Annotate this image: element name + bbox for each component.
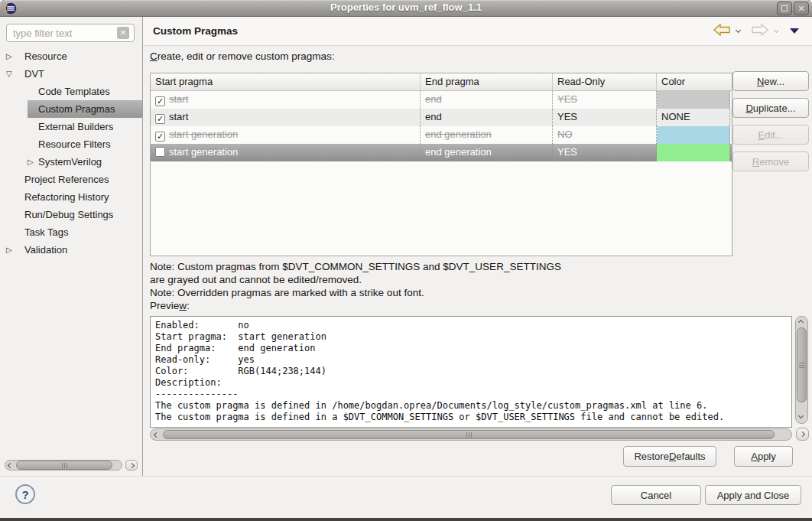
sidebar-item-label: Resource Filters: [38, 138, 111, 150]
scroll-up-icon[interactable]: [798, 320, 804, 325]
start-pragma-cell: ✓start: [151, 109, 421, 126]
read-only-cell: NO: [553, 126, 657, 144]
tree-collapsed-icon[interactable]: ▷: [28, 153, 34, 171]
column-header-read-only[interactable]: Read-Only: [553, 73, 657, 90]
sidebar-item-label: Refactoring History: [24, 191, 109, 203]
checkbox-checked-icon[interactable]: ✓: [155, 132, 165, 142]
apply-and-close-button[interactable]: Apply and Close: [705, 485, 801, 505]
sidebar-item-resource-filters[interactable]: Resource Filters: [0, 135, 142, 153]
tree-collapsed-icon[interactable]: ▷: [6, 47, 12, 65]
scroll-left-icon[interactable]: [8, 463, 13, 468]
pragma-table-body: ✓startendYES✓startendYESNONE✓start gener…: [151, 91, 732, 161]
checkbox-checked-icon[interactable]: ✓: [155, 96, 165, 106]
sidebar-item-run-debug-settings[interactable]: Run/Debug Settings: [0, 206, 142, 223]
preview-hscrollbar[interactable]: [150, 428, 792, 441]
instruction-label: Create, edit or remove custom pragmas:: [150, 50, 335, 62]
maximize-button[interactable]: [777, 2, 792, 15]
start-pragma-text: start: [169, 111, 188, 122]
close-button[interactable]: ✕: [794, 2, 809, 15]
table-row[interactable]: ✓startendYES: [151, 91, 732, 109]
scroll-left-icon[interactable]: [154, 432, 159, 438]
sidebar-item-label: Task Tags: [24, 226, 69, 238]
maximize-icon: [781, 5, 788, 11]
sidebar-item-label: Resource: [24, 50, 67, 62]
sidebar-hscroll-thumb[interactable]: [16, 461, 112, 470]
tree-collapsed-icon[interactable]: ▷: [6, 241, 12, 259]
checkbox-checked-icon[interactable]: ✓: [155, 114, 165, 124]
preview-vscrollbar[interactable]: [795, 316, 808, 424]
sidebar-item-validation[interactable]: ▷Validation: [0, 241, 142, 259]
preview-vscroll-thumb[interactable]: [797, 327, 807, 402]
apply-button[interactable]: Apply: [734, 446, 793, 467]
sidebar-item-external-builders[interactable]: External Builders: [0, 118, 142, 135]
sidebar-item-custom-pragmas[interactable]: Custom Pragmas: [0, 100, 142, 118]
read-only-cell-text: YES: [557, 146, 577, 158]
preview-hscroll-thumb[interactable]: [163, 430, 775, 439]
back-history-chevron-icon[interactable]: [736, 28, 741, 33]
sidebar-item-resource[interactable]: ▷Resource: [0, 47, 142, 65]
end-pragma-cell-text: end generation: [425, 146, 492, 158]
start-pragma-cell: ✓start generation: [151, 126, 421, 144]
tree-expanded-icon[interactable]: ▽: [6, 65, 12, 83]
end-pragma-cell-text: end generation: [425, 129, 492, 140]
new-button[interactable]: New...: [732, 71, 809, 91]
sidebar-tree: ▷Resource▽DVTCode TemplatesCustom Pragma…: [0, 47, 142, 259]
table-row[interactable]: ✓startendYESNONE: [151, 109, 732, 126]
sidebar-item-refactoring-history[interactable]: Refactoring History: [0, 188, 142, 206]
window-bottom-border: [0, 518, 812, 521]
pragma-table[interactable]: Start pragma End pragma Read-Only Color …: [150, 73, 732, 256]
scroll-grip: [64, 463, 65, 468]
scroll-down-icon[interactable]: [798, 413, 804, 418]
read-only-cell: YES: [553, 91, 657, 109]
remove-button[interactable]: Remove: [732, 151, 809, 171]
scroll-right-icon: [128, 462, 134, 467]
table-header-row: Start pragma End pragma Read-Only Color: [151, 73, 732, 91]
help-button[interactable]: ?: [15, 484, 35, 504]
scroll-right-icon: [800, 431, 805, 437]
read-only-cell-text: YES: [557, 93, 577, 105]
sidebar-item-systemverilog[interactable]: ▷SystemVerilog: [0, 153, 142, 171]
forward-history-chevron-icon[interactable]: [774, 28, 779, 33]
sidebar-item-label: SystemVerilog: [38, 156, 102, 168]
column-header-color[interactable]: Color: [657, 73, 730, 90]
notes: Note: Custom pragmas from $DVT_COMMON_SE…: [150, 260, 561, 299]
end-pragma-cell: end: [421, 109, 553, 126]
view-menu-icon[interactable]: [790, 28, 799, 34]
preview-scroll-right-button[interactable]: [796, 428, 809, 441]
sidebar-item-dvt[interactable]: ▽DVT: [0, 65, 142, 83]
sidebar-item-task-tags[interactable]: Task Tags: [0, 223, 142, 241]
preview-label: Preview:: [150, 300, 190, 311]
cancel-button[interactable]: Cancel: [611, 485, 701, 505]
filter-input[interactable]: [6, 24, 135, 42]
start-pragma-cell: start generation: [151, 144, 421, 161]
table-row[interactable]: ✓start generationend generationNO: [151, 126, 732, 144]
start-pragma-cell: ✓start: [151, 91, 421, 109]
sidebar-item-label: Project References: [24, 174, 109, 185]
end-pragma-cell-text: end: [425, 93, 442, 105]
edit-button[interactable]: Edit...: [732, 125, 809, 145]
column-header-end-pragma[interactable]: End pragma: [421, 73, 553, 90]
restore-defaults-button[interactable]: Restore Defaults: [623, 446, 716, 467]
forward-arrow-icon[interactable]: [751, 24, 769, 36]
sidebar-divider: [142, 17, 143, 476]
back-arrow-icon[interactable]: [713, 24, 731, 36]
table-row[interactable]: start generationend generationYES: [151, 144, 732, 161]
column-header-start-pragma[interactable]: Start pragma: [151, 73, 421, 90]
color-cell: NONE: [657, 109, 730, 126]
page-title: Custom Pragmas: [153, 25, 238, 37]
titlebar[interactable]: Properties for uvm_ref_flow_1.1 ✕: [0, 0, 812, 17]
clear-filter-icon[interactable]: ✕: [117, 27, 129, 39]
sidebar-scroll-right-button[interactable]: [125, 460, 138, 471]
sidebar-item-project-references[interactable]: Project References: [0, 171, 142, 188]
start-pragma-text: start generation: [169, 146, 238, 158]
checkbox-unchecked-icon[interactable]: [155, 147, 165, 157]
footer-divider: [0, 476, 812, 477]
note-line: are grayed out and cannot be edited/remo…: [150, 273, 561, 286]
sidebar-item-code-templates[interactable]: Code Templates: [0, 83, 142, 100]
sidebar-hscrollbar[interactable]: [5, 460, 122, 471]
duplicate-button[interactable]: Duplicate...: [732, 98, 809, 118]
preview-text[interactable]: Enabled: no Start pragma: start generati…: [150, 316, 792, 428]
color-cell: [657, 91, 730, 109]
color-cell-text: NONE: [657, 109, 690, 122]
scroll-grip: [469, 432, 469, 438]
